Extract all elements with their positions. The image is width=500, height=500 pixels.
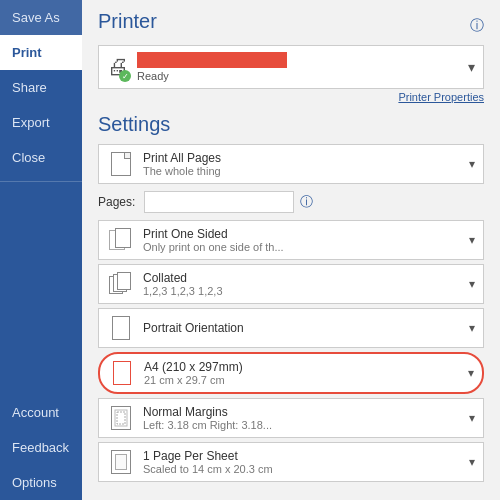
portrait-text: Portrait Orientation xyxy=(143,321,469,335)
margins-page-icon xyxy=(111,406,131,430)
setting-print-all-pages[interactable]: Print All Pages The whole thing ▾ xyxy=(98,144,484,184)
sidebar-item-options[interactable]: Options xyxy=(0,465,82,500)
setting-collated[interactable]: Collated 1,2,3 1,2,3 1,2,3 ▾ xyxy=(98,264,484,304)
printer-section-title: Printer xyxy=(98,10,157,33)
collated-arrow: ▾ xyxy=(469,277,475,291)
sidebar-item-feedback[interactable]: Feedback xyxy=(0,430,82,465)
pages-info-icon[interactable]: ⓘ xyxy=(300,193,313,211)
sidebar: Save As Print Share Export Close Account… xyxy=(0,0,82,500)
collated-text: Collated 1,2,3 1,2,3 1,2,3 xyxy=(143,271,469,297)
setting-pages-per-sheet[interactable]: 1 Page Per Sheet Scaled to 14 cm x 20.3 … xyxy=(98,442,484,482)
sidebar-item-print[interactable]: Print xyxy=(0,35,82,70)
pages-per-sheet-icon xyxy=(107,448,135,476)
printer-status: Ready xyxy=(137,70,468,82)
pages-per-sheet-page-icon xyxy=(111,450,131,474)
print-all-pages-icon xyxy=(107,150,135,178)
print-one-sided-icon xyxy=(107,226,135,254)
setting-margins[interactable]: Normal Margins Left: 3.18 cm Right: 3.18… xyxy=(98,398,484,438)
printer-header: Printer ⓘ xyxy=(98,10,484,41)
margins-text: Normal Margins Left: 3.18 cm Right: 3.18… xyxy=(143,405,469,431)
portrait-page-icon xyxy=(112,316,130,340)
printer-info-icon[interactable]: ⓘ xyxy=(470,17,484,35)
print-all-pages-text: Print All Pages The whole thing xyxy=(143,151,469,177)
setting-portrait[interactable]: Portrait Orientation ▾ xyxy=(98,308,484,348)
paper-size-icon xyxy=(108,359,136,387)
main-content: Printer ⓘ 🖨 ✓ Ready ▾ Printer Properties… xyxy=(82,0,500,500)
collated-pages-icon xyxy=(109,272,133,296)
printer-properties-link[interactable]: Printer Properties xyxy=(98,91,484,103)
margins-icon xyxy=(107,404,135,432)
sidebar-item-export[interactable]: Export xyxy=(0,105,82,140)
printer-name-bar xyxy=(137,52,287,68)
setting-print-one-sided[interactable]: Print One Sided Only print on one side o… xyxy=(98,220,484,260)
sidebar-item-account[interactable]: Account xyxy=(0,395,82,430)
paper-size-page-icon xyxy=(113,361,131,385)
pages-row: Pages: ⓘ xyxy=(98,188,484,216)
collated-icon xyxy=(107,270,135,298)
printer-icon-area: 🖨 ✓ xyxy=(107,54,129,80)
sidebar-item-save-as[interactable]: Save As xyxy=(0,0,82,35)
print-one-sided-arrow: ▾ xyxy=(469,233,475,247)
portrait-arrow: ▾ xyxy=(469,321,475,335)
single-page-icon xyxy=(111,152,131,176)
portrait-icon xyxy=(107,314,135,342)
pages-per-sheet-text: 1 Page Per Sheet Scaled to 14 cm x 20.3 … xyxy=(143,449,469,475)
setting-paper-size[interactable]: A4 (210 x 297mm) 21 cm x 29.7 cm ▾ xyxy=(98,352,484,394)
printer-selector[interactable]: 🖨 ✓ Ready ▾ xyxy=(98,45,484,89)
paper-size-text: A4 (210 x 297mm) 21 cm x 29.7 cm xyxy=(144,360,468,386)
svg-rect-1 xyxy=(117,412,125,424)
sidebar-divider xyxy=(0,181,82,182)
paper-size-arrow: ▾ xyxy=(468,366,474,380)
printer-dropdown-arrow[interactable]: ▾ xyxy=(468,59,475,75)
pages-per-sheet-arrow: ▾ xyxy=(469,455,475,469)
margins-arrow: ▾ xyxy=(469,411,475,425)
pages-input[interactable] xyxy=(144,191,294,213)
sidebar-bottom: Account Feedback Options xyxy=(0,395,82,500)
pages-label: Pages: xyxy=(98,195,138,209)
printer-info: Ready xyxy=(137,52,468,82)
settings-section-title: Settings xyxy=(98,113,484,136)
double-page-icon xyxy=(109,228,133,252)
print-one-sided-text: Print One Sided Only print on one side o… xyxy=(143,227,469,253)
printer-check-icon: ✓ xyxy=(119,70,131,82)
sidebar-item-close[interactable]: Close xyxy=(0,140,82,175)
print-all-pages-arrow: ▾ xyxy=(469,157,475,171)
sidebar-item-share[interactable]: Share xyxy=(0,70,82,105)
